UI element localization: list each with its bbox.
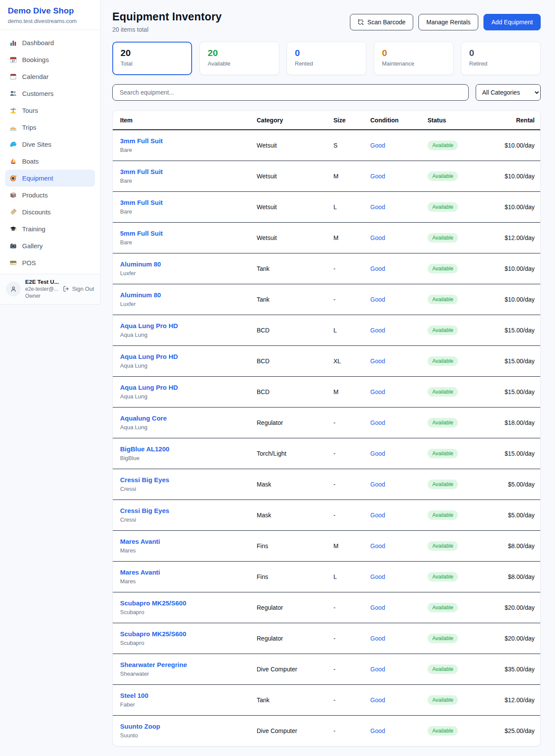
sidebar-item-label: POS	[22, 258, 36, 267]
item-name-link[interactable]: 5mm Full Suit	[120, 229, 257, 238]
item-name-link[interactable]: 3mm Full Suit	[120, 198, 257, 207]
condition-link[interactable]: Good	[370, 573, 385, 580]
sidebar-item-gallery[interactable]: Gallery	[5, 237, 95, 254]
item-brand: Mares	[120, 547, 257, 555]
status-cell: Available	[428, 377, 484, 408]
sign-out-button[interactable]: Sign Out	[63, 286, 94, 292]
sidebar-item-bookings[interactable]: 17 Bookings	[5, 51, 95, 68]
condition-link[interactable]: Good	[370, 512, 385, 519]
condition-link[interactable]: Good	[370, 173, 385, 180]
item-name-link[interactable]: Aqua Lung Pro HD	[120, 352, 257, 361]
condition-link[interactable]: Good	[370, 327, 385, 334]
item-name-link[interactable]: Shearwater Peregrine	[120, 661, 257, 669]
item-name-link[interactable]: Aluminum 80	[120, 291, 257, 299]
stat-label: Maintenance	[382, 60, 445, 67]
condition-link[interactable]: Good	[370, 727, 385, 734]
tag-icon	[10, 208, 17, 216]
size-cell: -	[333, 716, 370, 746]
item-name-link[interactable]: Aqua Lung Pro HD	[120, 383, 257, 392]
item-name-link[interactable]: Aluminum 80	[120, 260, 257, 269]
stat-card-retired[interactable]: 0 Retired	[461, 42, 541, 75]
sidebar-item-equipment[interactable]: Equipment	[5, 170, 95, 187]
condition-link[interactable]: Good	[370, 204, 385, 210]
item-name-link[interactable]: 3mm Full Suit	[120, 137, 257, 145]
category-select[interactable]: All Categories	[476, 84, 541, 101]
item-name-link[interactable]: Suunto Zoop	[120, 722, 257, 731]
stat-card-total[interactable]: 20 Total	[112, 42, 192, 75]
stat-card-rented[interactable]: 0 Rented	[287, 42, 366, 75]
status-badge: Available	[428, 264, 458, 273]
condition-link[interactable]: Good	[370, 697, 385, 703]
item-name-link[interactable]: Cressi Big Eyes	[120, 476, 257, 484]
sailboat-icon	[10, 158, 17, 165]
manage-rentals-button[interactable]: Manage Rentals	[418, 14, 478, 30]
item-cell: Shearwater Peregrine Shearwater	[113, 654, 257, 685]
table-row: 3mm Full Suit Bare Wetsuit L Good Availa…	[113, 192, 541, 223]
condition-link[interactable]: Good	[370, 604, 385, 611]
item-cell: Scubapro MK25/S600 Scubapro	[113, 623, 257, 654]
sidebar-item-dashboard[interactable]: Dashboard	[5, 34, 95, 51]
item-name-link[interactable]: Mares Avanti	[120, 537, 257, 546]
add-equipment-button[interactable]: Add Equipment	[483, 14, 541, 30]
item-name-link[interactable]: Aqua Lung Pro HD	[120, 322, 257, 330]
condition-link[interactable]: Good	[370, 296, 385, 303]
sidebar-item-customers[interactable]: Customers	[5, 85, 95, 102]
item-cell: Aqua Lung Pro HD Aqua Lung	[113, 346, 257, 377]
condition-link[interactable]: Good	[370, 358, 385, 365]
category-cell: Regulator	[257, 623, 333, 654]
category-cell: Regulator	[257, 408, 333, 438]
sidebar-item-calendar[interactable]: Calendar	[5, 68, 95, 85]
sidebar-item-boats[interactable]: Boats	[5, 153, 95, 170]
status-cell: Available	[428, 654, 484, 685]
item-cell: 5mm Full Suit Bare	[113, 223, 257, 253]
scan-barcode-label: Scan Barcode	[367, 19, 405, 26]
item-name-link[interactable]: Scubapro MK25/S600	[120, 599, 257, 608]
condition-link[interactable]: Good	[370, 419, 385, 426]
condition-link[interactable]: Good	[370, 234, 385, 241]
calendar-date-icon: 17	[10, 56, 17, 63]
sidebar-item-trips[interactable]: Trips	[5, 119, 95, 136]
nav-icon-slot	[10, 259, 17, 266]
condition-link[interactable]: Good	[370, 481, 385, 488]
sidebar-item-dive-sites[interactable]: Dive Sites	[5, 136, 95, 153]
stat-card-available[interactable]: 20 Available	[199, 42, 279, 75]
sidebar-item-tours[interactable]: Tours	[5, 102, 95, 119]
condition-link[interactable]: Good	[370, 388, 385, 395]
condition-link[interactable]: Good	[370, 666, 385, 673]
sidebar-item-products[interactable]: Products	[5, 187, 95, 204]
speedboat-icon	[10, 124, 17, 131]
search-input[interactable]	[112, 84, 469, 101]
item-cell: Aluminum 80 Luxfer	[113, 253, 257, 284]
item-name-link[interactable]: Mares Avanti	[120, 568, 257, 577]
item-brand: Bare	[120, 177, 257, 185]
condition-link[interactable]: Good	[370, 265, 385, 272]
page-title: Equipment Inventory	[112, 10, 222, 23]
stat-card-maintenance[interactable]: 0 Maintenance	[374, 42, 454, 75]
item-name-link[interactable]: Scubapro MK25/S600	[120, 630, 257, 638]
stat-value: 20	[121, 48, 184, 58]
item-brand: Scubapro	[120, 608, 257, 616]
table-row: 5mm Full Suit Bare Wetsuit M Good Availa…	[113, 223, 541, 253]
sidebar-item-label: Calendar	[22, 72, 49, 81]
condition-cell: Good	[370, 377, 428, 408]
brand-block: Demo Dive Shop demo.test.divestreams.com	[0, 0, 100, 30]
scan-barcode-button[interactable]: Scan Barcode	[350, 14, 413, 30]
table-row: Cressi Big Eyes Cressi Mask - Good Avail…	[113, 500, 541, 531]
sidebar-item-pos[interactable]: POS	[5, 254, 95, 271]
condition-link[interactable]: Good	[370, 142, 385, 149]
sidebar-item-discounts[interactable]: Discounts	[5, 204, 95, 220]
item-name-link[interactable]: Aqualung Core	[120, 414, 257, 423]
item-name-link[interactable]: BigBlue AL1200	[120, 445, 257, 454]
item-name-link[interactable]: 3mm Full Suit	[120, 168, 257, 176]
item-name-link[interactable]: Cressi Big Eyes	[120, 506, 257, 515]
sidebar-item-training[interactable]: Training	[5, 220, 95, 237]
condition-cell: Good	[370, 592, 428, 623]
condition-link[interactable]: Good	[370, 450, 385, 457]
condition-link[interactable]: Good	[370, 542, 385, 549]
item-name-link[interactable]: Steel 100	[120, 691, 257, 700]
item-cell: Aqua Lung Pro HD Aqua Lung	[113, 315, 257, 346]
add-equipment-label: Add Equipment	[491, 19, 533, 26]
sign-out-icon	[63, 286, 69, 292]
filter-row: All Categories	[112, 84, 541, 101]
condition-link[interactable]: Good	[370, 635, 385, 642]
